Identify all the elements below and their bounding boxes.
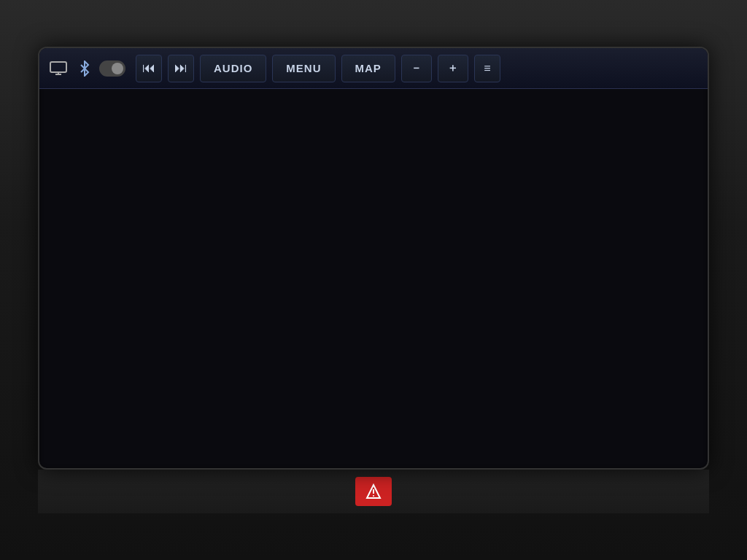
svg-point-45 [373,495,374,497]
next-button[interactable]: ⏭ [168,55,194,82]
nav-toggle[interactable] [99,61,125,77]
screen: ⏮ ⏭ AUDIO MENU MAP － ＋ ≡ ≡ ＜ 📱 [38,47,709,470]
dashboard-bottom [38,470,709,513]
hazard-button[interactable] [355,477,392,506]
hamburger-menu-button[interactable]: ≡ [474,55,500,82]
menu-button[interactable]: MENU [272,55,335,82]
bluetooth-nav-icon[interactable] [73,57,96,80]
plus-button[interactable]: ＋ [438,55,468,82]
svg-rect-0 [50,62,66,72]
screen-icon[interactable] [47,57,70,80]
prev-button[interactable]: ⏮ [136,55,162,82]
nav-bar: ⏮ ⏭ AUDIO MENU MAP － ＋ ≡ [39,48,708,89]
dashboard: ⏮ ⏭ AUDIO MENU MAP － ＋ ≡ ≡ ＜ 📱 [0,0,747,560]
audio-button[interactable]: AUDIO [200,55,266,82]
minus-button[interactable]: － [401,55,432,82]
map-button[interactable]: MAP [341,55,395,82]
